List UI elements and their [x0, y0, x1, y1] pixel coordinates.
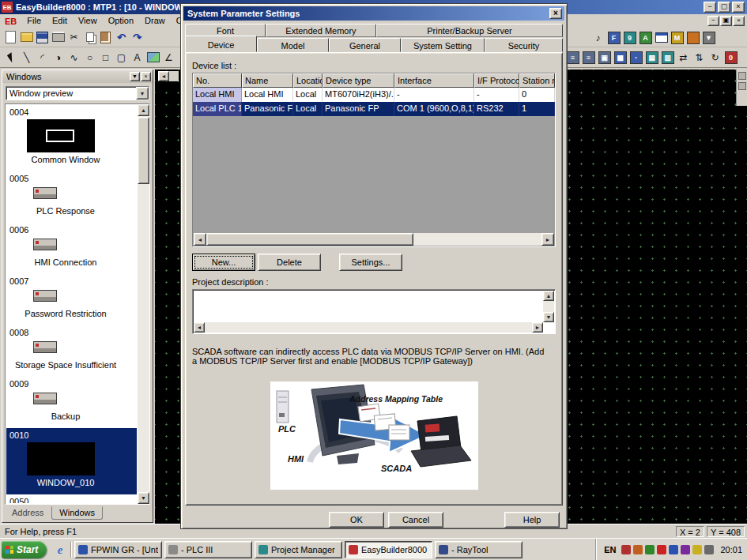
- download-icon[interactable]: ▼: [701, 30, 716, 45]
- window-list-item[interactable]: 0009 Backup: [6, 377, 137, 428]
- select-icon[interactable]: [3, 50, 18, 65]
- scroll-thumb[interactable]: [206, 233, 413, 246]
- dialog-tab[interactable]: System Setting: [401, 38, 485, 52]
- taskbar-task[interactable]: Project Manager: [255, 541, 342, 558]
- print-icon[interactable]: [51, 30, 66, 45]
- save-icon[interactable]: [35, 30, 50, 45]
- minimize-button[interactable]: −: [704, 2, 716, 13]
- tab-extended-memory[interactable]: Extended Memory: [266, 24, 376, 37]
- scroll-track[interactable]: [413, 233, 541, 246]
- undo-icon[interactable]: ↶: [114, 30, 129, 45]
- rectangle-icon[interactable]: □: [98, 50, 113, 65]
- numeric-object-icon[interactable]: 9: [622, 30, 637, 45]
- polyline-icon[interactable]: ∿: [66, 50, 81, 65]
- tray-icon-3[interactable]: [645, 545, 655, 554]
- language-indicator[interactable]: EN: [604, 545, 616, 554]
- ascii-object-icon[interactable]: A: [638, 30, 653, 45]
- mdi-child-icon[interactable]: EB: [0, 17, 21, 26]
- panel-tab[interactable]: Windows: [51, 506, 103, 520]
- window-thumbnail[interactable]: [27, 442, 95, 475]
- start-button[interactable]: Start: [2, 541, 47, 558]
- window-thumbnail[interactable]: [33, 290, 57, 302]
- tray-icon-8[interactable]: [704, 545, 714, 554]
- window-thumbnail[interactable]: [33, 341, 57, 353]
- tray-icon-7[interactable]: [692, 545, 702, 554]
- tray-icon-5[interactable]: [669, 545, 678, 554]
- line-icon[interactable]: ╲: [19, 50, 34, 65]
- tray-icon-2[interactable]: [633, 545, 643, 554]
- state0-icon[interactable]: 0: [723, 50, 738, 65]
- window-list-item[interactable]: 0006 HMI Connection: [6, 223, 137, 274]
- scroll-track[interactable]: [138, 184, 149, 492]
- text-icon[interactable]: A: [130, 50, 145, 65]
- device-table-hscrollbar[interactable]: ◄ ►: [194, 233, 554, 246]
- menu-item[interactable]: Option: [103, 14, 139, 28]
- taskbar-task[interactable]: - RayTool: [435, 541, 523, 558]
- column-interface[interactable]: Interface: [394, 73, 474, 88]
- window-list-item[interactable]: 0007 Password Restriction: [6, 274, 137, 325]
- menu-item[interactable]: Draw: [139, 14, 171, 28]
- compile-icon[interactable]: [685, 30, 700, 45]
- scroll-up-button[interactable]: ▲: [138, 104, 149, 116]
- cancel-button[interactable]: Cancel: [388, 512, 443, 528]
- scroll-right-button[interactable]: ►: [541, 233, 554, 246]
- mdi-close-button[interactable]: ×: [733, 16, 745, 26]
- taskbar-task[interactable]: - PLC III: [164, 541, 252, 558]
- panel-close-icon[interactable]: ×: [141, 72, 151, 81]
- redo-icon[interactable]: ↷: [130, 30, 145, 45]
- rounded-rect-icon[interactable]: ▢: [114, 50, 129, 65]
- scroll-up-button[interactable]: ▲: [543, 291, 554, 301]
- arc-icon[interactable]: ◜: [35, 50, 50, 65]
- scroll-left-button[interactable]: ◄: [194, 322, 205, 333]
- cut-icon[interactable]: ✂: [66, 30, 81, 45]
- window-list-item[interactable]: 0005 PLC Response: [6, 171, 137, 223]
- scale-icon[interactable]: ∠: [161, 50, 176, 65]
- right-toolbar-icon[interactable]: [738, 72, 746, 80]
- panel-tab[interactable]: Address: [4, 506, 51, 520]
- menu-item[interactable]: File: [21, 14, 47, 28]
- dialog-close-icon[interactable]: ×: [549, 8, 562, 19]
- scroll-right-button[interactable]: ►: [532, 322, 543, 333]
- description-vscrollbar[interactable]: ▲ ▼: [543, 291, 554, 322]
- window-list-item[interactable]: 0008 Storage Space Insufficient: [6, 325, 137, 377]
- column-protocol[interactable]: I/F Protocol: [474, 73, 519, 88]
- canvas-scroll-left-button[interactable]: ◄: [158, 71, 169, 81]
- close-button[interactable]: ×: [732, 2, 745, 13]
- settings-button[interactable]: Settings...: [339, 254, 402, 271]
- picture-icon[interactable]: [145, 50, 160, 65]
- window-list-scrollbar[interactable]: ▲ ▼: [138, 104, 149, 504]
- right-toolbar-icon[interactable]: [738, 82, 746, 90]
- column-device-type[interactable]: Device type: [323, 73, 394, 88]
- quick-launch-ie-icon[interactable]: e: [53, 543, 67, 557]
- sound-object-icon[interactable]: ♪: [590, 30, 606, 45]
- preview-mode-combobox[interactable]: Window preview ▼: [6, 86, 149, 100]
- tray-icon-1[interactable]: [621, 545, 631, 554]
- tray-icon-6[interactable]: [681, 545, 690, 554]
- send-back-icon[interactable]: ▥: [660, 50, 675, 65]
- dialog-tab[interactable]: Security: [485, 38, 563, 52]
- macro-icon[interactable]: M: [670, 30, 685, 45]
- menu-item[interactable]: View: [73, 14, 103, 28]
- taskbar-task[interactable]: FPWIN GR - [Untitl...: [74, 541, 162, 558]
- copy-icon[interactable]: [82, 30, 97, 45]
- delete-button[interactable]: Delete: [258, 254, 321, 271]
- ungroup-icon[interactable]: ▫: [628, 50, 643, 65]
- new-button[interactable]: New...: [192, 254, 255, 271]
- scroll-thumb[interactable]: [138, 117, 149, 184]
- flip-v-icon[interactable]: ⇅: [692, 50, 707, 65]
- mdi-minimize-button[interactable]: −: [707, 16, 719, 26]
- tab-printer-backup-server[interactable]: Printer/Backup Server: [376, 24, 563, 37]
- column-location[interactable]: Location: [293, 73, 323, 88]
- new-icon[interactable]: [3, 30, 18, 45]
- dialog-tab[interactable]: Model: [257, 38, 329, 52]
- window-thumbnail[interactable]: [33, 393, 57, 404]
- dialog-tab[interactable]: Device: [185, 36, 257, 52]
- column-no[interactable]: No.: [193, 73, 242, 88]
- ellipse-icon[interactable]: ○: [82, 50, 97, 65]
- panel-menu-icon[interactable]: ▼: [130, 72, 140, 81]
- group-icon[interactable]: ▦: [613, 50, 628, 65]
- function-key-icon[interactable]: F: [606, 30, 621, 45]
- same-size-icon[interactable]: ▣: [597, 50, 612, 65]
- help-button[interactable]: Help: [504, 512, 560, 528]
- taskbar-task[interactable]: EasyBuilder8000 ...: [345, 541, 432, 558]
